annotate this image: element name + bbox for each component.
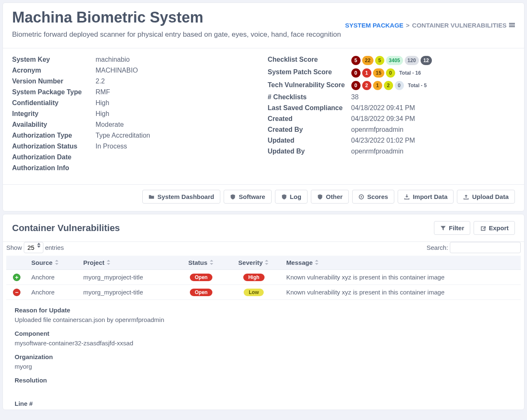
- cell-source: Anchore: [27, 270, 79, 285]
- severity-badge: Low: [244, 289, 264, 296]
- expand-row-icon[interactable]: +: [13, 274, 20, 281]
- button-label: Log: [290, 193, 302, 200]
- detail-value: openrmfproadmin: [351, 148, 515, 155]
- score-badge: 5: [375, 56, 384, 65]
- score-badge: 1: [373, 81, 382, 90]
- resolution-value: [15, 386, 512, 393]
- other-button[interactable]: Other: [311, 190, 349, 204]
- button-label: Other: [326, 193, 343, 200]
- column-header: [6, 256, 27, 270]
- detail-label: Updated By: [268, 148, 351, 155]
- detail-label: Created: [268, 115, 351, 123]
- tech-score-label: Tech Vulnerability Score: [268, 81, 351, 90]
- score-total: Total - 5: [406, 83, 427, 88]
- detail-value: openrmfproadmin: [351, 126, 515, 133]
- folder-icon: [149, 194, 154, 200]
- reason-value: Uploaded file containerscan.json by open…: [15, 316, 512, 323]
- sort-icon: [315, 260, 319, 265]
- upload-icon: [463, 194, 469, 200]
- system-details-right: Checklist Score 5225340512012 System Pat…: [268, 56, 515, 175]
- sort-icon: [55, 260, 59, 265]
- page-size-select[interactable]: 25: [24, 242, 43, 253]
- vulnerabilities-table: SourceProjectStatusSeverityMessage + Anc…: [6, 256, 521, 300]
- sort-icon: [265, 260, 269, 265]
- status-badge: Open: [190, 289, 213, 296]
- detail-label: Integrity: [12, 110, 96, 118]
- cell-message: Known vulnerability xyz is present in th…: [282, 270, 521, 285]
- score-total: Total - 16: [397, 70, 421, 76]
- detail-value: 04/23/2022 01:02 PM: [351, 137, 515, 144]
- vulnerabilities-card: Container Vulnerabilities Filter Export …: [3, 214, 524, 410]
- score-badge: 0: [351, 68, 361, 78]
- checklist-score-label: Checklist Score: [268, 56, 351, 65]
- score-badge: 0: [395, 81, 404, 90]
- line-label: Line #: [15, 400, 512, 407]
- column-header[interactable]: Status: [177, 256, 225, 270]
- collapse-row-icon[interactable]: −: [13, 289, 20, 296]
- detail-label: Authorization Status: [12, 143, 96, 150]
- org-label: Organization: [15, 353, 512, 360]
- detail-value: RMF: [96, 88, 260, 96]
- sort-icon: [210, 260, 214, 265]
- component-value: mysoftware-container32-zsasdfasjfd-xxsad: [15, 340, 512, 347]
- breadcrumb-root[interactable]: SYSTEM PACKAGE: [345, 22, 403, 29]
- system-details-left: System KeymachinabioAcronymMACHINABIOVer…: [12, 56, 260, 175]
- score-badge: 0: [351, 81, 361, 90]
- patch-score-label: System Patch Score: [268, 68, 351, 78]
- search-input[interactable]: [450, 242, 521, 253]
- filter-button[interactable]: Filter: [434, 221, 471, 235]
- detail-value: machinabio: [96, 56, 260, 63]
- table-row: + Anchore myorg_myproject-title Open Hig…: [6, 270, 521, 285]
- upload-button[interactable]: Upload Data: [457, 190, 515, 204]
- column-header[interactable]: Project: [79, 256, 177, 270]
- export-button[interactable]: Export: [474, 221, 515, 235]
- detail-value: [96, 164, 260, 172]
- detail-value: 38: [351, 93, 515, 101]
- cell-message: Known vulnerability xyz is present in th…: [282, 285, 521, 300]
- detail-label: Authorization Type: [12, 132, 96, 139]
- score-badge: 22: [362, 56, 373, 65]
- software-button[interactable]: Software: [224, 190, 271, 204]
- cell-project: myorg_myproject-title: [79, 270, 177, 285]
- log-button[interactable]: Log: [275, 190, 308, 204]
- breadcrumb-current: CONTAINER VULNERABILITIES: [412, 22, 507, 29]
- score-badge: 120: [405, 56, 419, 65]
- detail-label: Confidentiality: [12, 99, 96, 107]
- cell-project: myorg_myproject-title: [79, 285, 177, 300]
- import-icon: [404, 194, 410, 200]
- import-button[interactable]: Import Data: [398, 190, 454, 204]
- detail-label: Authorization Date: [12, 153, 96, 161]
- checklist-score-badges: 5225340512012: [351, 56, 515, 65]
- detail-label: Updated: [268, 137, 351, 144]
- column-header[interactable]: Source: [27, 256, 79, 270]
- detail-value: High: [96, 99, 260, 107]
- detail-label: # Checklists: [268, 93, 351, 101]
- score-badge: 5: [351, 56, 361, 65]
- breadcrumb-separator: >: [406, 22, 410, 29]
- detail-label: Created By: [268, 126, 351, 133]
- detail-label: Availability: [12, 121, 96, 128]
- score-badge: 15: [373, 68, 384, 78]
- shield-icon: [230, 194, 236, 200]
- detail-value: MACHINABIO: [96, 67, 260, 74]
- svg-point-1: [361, 196, 362, 198]
- export-button-label: Export: [489, 224, 509, 231]
- menu-icon[interactable]: [509, 23, 515, 27]
- column-header[interactable]: Severity: [226, 256, 282, 270]
- detail-value: 04/18/2022 09:41 PM: [351, 104, 515, 112]
- detail-label: Acronym: [12, 67, 96, 74]
- row-expanded-details: Reason for Update Uploaded file containe…: [3, 300, 524, 407]
- page-title: Machina Biometric System: [12, 9, 341, 26]
- button-label: System Dashboard: [157, 193, 214, 200]
- scores-button[interactable]: Scores: [352, 190, 394, 204]
- column-header[interactable]: Message: [282, 256, 521, 270]
- score-badge: 12: [421, 56, 432, 65]
- button-label: Scores: [367, 193, 388, 200]
- show-label: Show: [6, 244, 22, 251]
- target-icon: [358, 194, 364, 200]
- tech-score-badges: 02120Total - 5: [351, 81, 515, 90]
- status-badge: Open: [190, 274, 213, 281]
- dashboard-button[interactable]: System Dashboard: [142, 190, 220, 204]
- severity-badge: High: [243, 274, 265, 281]
- score-badge: 2: [362, 81, 371, 90]
